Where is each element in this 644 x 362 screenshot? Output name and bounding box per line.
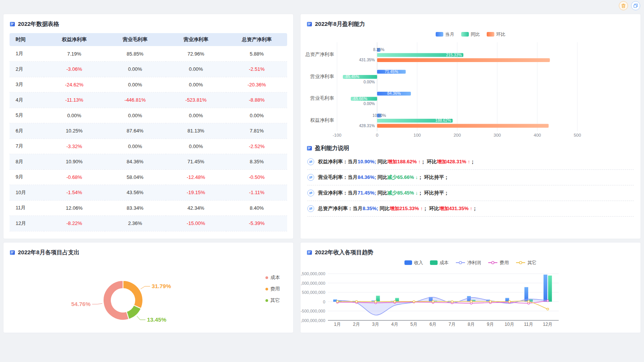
- table-row: 5月0.00%0.00%0.00%0.00%: [10, 108, 287, 123]
- category-label: 营业净利率: [310, 74, 334, 79]
- note-text: 总资产净利率：当月8.35%; 同比增加215.33% ↑； 环比增加431.3…: [318, 206, 477, 212]
- legend-label: 环比: [496, 31, 505, 38]
- donut-legend: 成本费用其它: [265, 274, 280, 304]
- note-text: 权益净利率：当月10.90%; 同比增加188.62% ↑； 环比增加428.3…: [318, 159, 475, 165]
- legend-item-收入[interactable]: 收入: [404, 260, 423, 266]
- note-segment: 营业毛利率：当月: [318, 174, 358, 180]
- label-line: [141, 286, 150, 289]
- value-cell: 81.13%: [166, 123, 227, 139]
- bar-label: -85.45%: [344, 74, 359, 79]
- x-tick-label: 2月: [353, 322, 360, 327]
- sync-icon: ⇄: [307, 190, 314, 196]
- x-tick-label: 0: [376, 133, 378, 137]
- legend-item-成本[interactable]: 成本: [430, 260, 449, 266]
- legend-item-费用[interactable]: 费用: [265, 286, 280, 292]
- bar-label: 0.00%: [363, 80, 375, 84]
- value-cell: 0.00%: [166, 62, 227, 77]
- bar-环比[interactable]: [377, 124, 548, 128]
- legend-label: 成本: [270, 274, 280, 281]
- legend-dot: [265, 276, 268, 279]
- y-tick-label: 500,000,000: [302, 290, 325, 295]
- bar-成本[interactable]: [548, 276, 552, 302]
- legend-bar-marker: [430, 260, 438, 265]
- bar-label: 188.62%: [435, 118, 451, 123]
- donut-slice-费用[interactable]: [123, 281, 143, 309]
- note-segment: 8.35%;: [363, 206, 378, 211]
- x-tick-label: 11月: [524, 322, 533, 327]
- legend-bar-marker: [404, 260, 412, 265]
- note-segment: 同比: [376, 174, 387, 180]
- category-label: 权益净利率: [310, 118, 334, 123]
- value-cell: -2.52%: [226, 139, 287, 154]
- table-row: 1月7.19%85.85%72.96%5.88%: [10, 46, 287, 62]
- legend-item-环比[interactable]: 环比: [487, 31, 505, 38]
- sync-icon: ⇄: [307, 174, 314, 181]
- legend-item-其它[interactable]: 其它: [265, 297, 280, 304]
- note-segment: 10.90%;: [358, 159, 376, 164]
- expense-donut-chart: 31.79%13.45%54.76%: [49, 260, 247, 332]
- legend-item-净利润[interactable]: 净利润: [455, 260, 481, 266]
- value-cell: -19.15%: [166, 185, 227, 201]
- panel-header: 2022年数据表格: [10, 18, 287, 30]
- value-cell: -0.68%: [44, 169, 105, 185]
- month-cell: 11月: [10, 200, 44, 216]
- month-cell: 6月: [10, 123, 44, 139]
- column-header: 总资产净利率: [226, 33, 287, 46]
- y-tick-label: -500,000,000: [300, 309, 325, 313]
- label-line: [92, 303, 102, 304]
- value-cell: 58.04%: [105, 169, 166, 185]
- legend-line-marker: [488, 260, 498, 265]
- month-cell: 1月: [10, 46, 44, 62]
- label-line: [137, 316, 145, 320]
- x-tick-label: 10月: [505, 322, 514, 327]
- legend-item-同比[interactable]: 同比: [461, 31, 480, 38]
- column-header: 营业毛利率: [105, 33, 166, 46]
- legend-label: 费用: [270, 286, 280, 292]
- panel-data-table: 2022年数据表格 时间权益净利率营业毛利率营业净利率总资产净利率1月7.19%…: [3, 14, 294, 239]
- legend-item-费用[interactable]: 费用: [488, 260, 509, 266]
- donut-slice-其它[interactable]: [126, 305, 141, 319]
- delete-button[interactable]: [619, 1, 628, 10]
- dashboard-grid: 2022年数据表格 时间权益净利率营业毛利率营业净利率总资产净利率1月7.19%…: [3, 14, 641, 333]
- x-tick-label: 200: [454, 133, 461, 137]
- x-tick-label: 300: [494, 133, 501, 137]
- note-item: ⇄营业毛利率：当月84.36%; 同比减少65.66% ↓； 环比持平；: [307, 170, 634, 185]
- month-cell: 10月: [10, 185, 44, 201]
- value-cell: -5.39%: [226, 216, 287, 231]
- copy-button[interactable]: [631, 1, 640, 10]
- bar-环比[interactable]: [377, 58, 550, 62]
- panel-title: 2022年收入各项目趋势: [315, 249, 373, 256]
- point-其它: [432, 300, 434, 302]
- value-cell: 12.06%: [44, 200, 105, 216]
- value-cell: 0.00%: [105, 62, 166, 77]
- value-cell: 7.81%: [226, 123, 287, 139]
- x-tick-label: 8月: [468, 322, 475, 327]
- value-cell: -15.00%: [166, 216, 227, 231]
- legend-dot: [265, 299, 268, 302]
- month-cell: 8月: [10, 154, 44, 170]
- notes-header: 盈利能力说明: [307, 142, 634, 154]
- value-cell: 87.64%: [105, 123, 166, 139]
- x-tick-label: 7月: [449, 322, 456, 327]
- note-segment: ； 环比持平；: [418, 190, 449, 196]
- legend-item-当月[interactable]: 当月: [436, 31, 454, 38]
- legend-bar-marker: [461, 32, 469, 37]
- toolbar: [619, 1, 640, 10]
- table-row: 8月10.90%84.36%71.45%8.35%: [10, 154, 287, 170]
- month-cell: 12月: [10, 216, 44, 231]
- document-icon: [10, 250, 15, 255]
- profit-legend: 当月同比环比: [307, 30, 634, 38]
- document-icon: [10, 21, 15, 27]
- x-tick-label: 12月: [543, 322, 553, 327]
- bar-收入[interactable]: [543, 274, 547, 301]
- legend-label: 同比: [471, 31, 480, 38]
- note-segment: 增加188.62% ↑: [387, 159, 420, 164]
- legend-item-其它[interactable]: 其它: [516, 260, 537, 266]
- point-其它: [508, 301, 510, 303]
- value-cell: -3.06%: [44, 62, 105, 77]
- legend-item-成本[interactable]: 成本: [265, 274, 280, 281]
- panel-header: 2022年收入各项目趋势: [307, 246, 634, 258]
- legend-bar-marker: [487, 32, 494, 37]
- x-tick-label: 5月: [410, 322, 417, 327]
- table-row: 2月-3.06%0.00%0.00%-2.51%: [10, 62, 287, 77]
